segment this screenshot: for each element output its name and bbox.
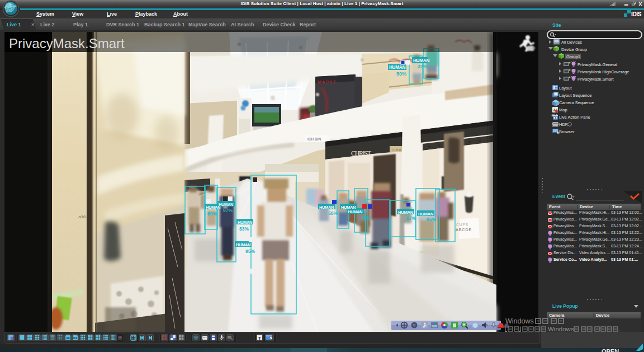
svg-text:HUMAN: HUMAN: [238, 220, 253, 225]
svg-text:PrivacyMask.HighCoverage: PrivacyMask.HighCoverage: [577, 69, 629, 74]
svg-text:50%: 50%: [396, 71, 406, 77]
svg-text:ICH BIN: ICH BIN: [307, 137, 321, 141]
svg-text:HUMAN: HUMAN: [348, 209, 363, 214]
svg-text:37%: 37%: [418, 64, 428, 69]
svg-text:PrivacyMask.General: PrivacyMask.General: [577, 62, 618, 67]
svg-text:Browser: Browser: [559, 129, 575, 134]
svg-text:Group1: Group1: [566, 54, 580, 59]
svg-text:HUMAN: HUMAN: [413, 58, 429, 63]
svg-text:ABCDE: ABCDE: [456, 228, 472, 232]
svg-text:HUMAN: HUMAN: [219, 202, 234, 207]
svg-text:56%: 56%: [328, 210, 338, 216]
svg-text:PrivacyMask.Smart: PrivacyMask.Smart: [577, 77, 614, 82]
svg-text:Windows: Windows: [505, 317, 534, 325]
svg-text:60%: 60%: [207, 211, 217, 217]
svg-text:HUMAN: HUMAN: [398, 210, 414, 215]
svg-text:T: T: [258, 336, 261, 341]
svg-text:All Devices: All Devices: [561, 40, 582, 45]
svg-text:Layout Sequence: Layout Sequence: [559, 93, 591, 98]
svg-text:Layout: Layout: [559, 86, 572, 91]
svg-text:85%: 85%: [427, 217, 436, 222]
svg-text:64: 64: [73, 336, 77, 340]
svg-text:HDP: HDP: [559, 122, 568, 127]
svg-text:95%: 95%: [245, 248, 255, 254]
svg-text:HUMAN: HUMAN: [236, 242, 251, 247]
svg-text:49: 49: [66, 336, 70, 340]
svg-text:PrivacyMask.Smart: PrivacyMask.Smart: [9, 36, 125, 51]
svg-text:HUMAN: HUMAN: [319, 205, 334, 210]
svg-text:83%: 83%: [239, 226, 249, 232]
svg-text:.a16.: .a16.: [77, 214, 87, 219]
svg-text:MARKT: MARKT: [318, 79, 337, 85]
svg-text:CUPS: CUPS: [456, 223, 468, 227]
svg-text:HUMAN: HUMAN: [389, 64, 405, 70]
svg-text:57%: 57%: [223, 208, 233, 213]
svg-text:Live Action Pane: Live Action Pane: [559, 115, 590, 120]
svg-text:Camera Sequence: Camera Sequence: [559, 100, 594, 105]
svg-text:75%: 75%: [362, 215, 371, 220]
svg-text:87%: 87%: [406, 215, 416, 221]
svg-text:Map: Map: [559, 107, 567, 112]
svg-text:HUMAN: HUMAN: [418, 212, 434, 217]
svg-text:Device Group: Device Group: [561, 47, 587, 52]
